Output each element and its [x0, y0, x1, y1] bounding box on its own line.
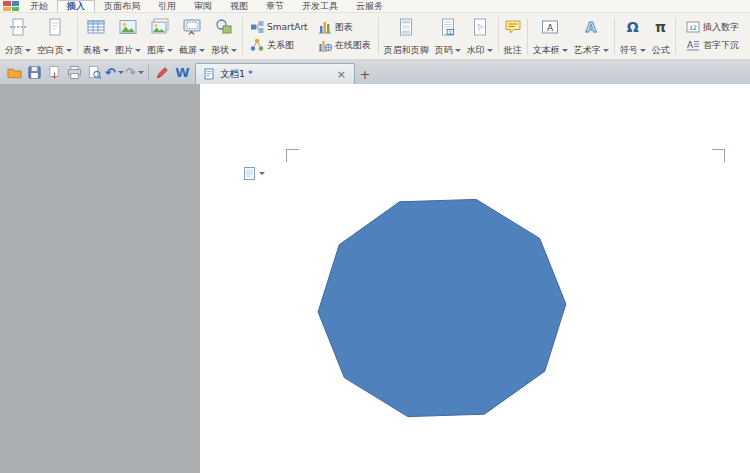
screenshot-button[interactable]: 截屏 [176, 14, 208, 58]
tab-references[interactable]: 引用 [149, 0, 185, 12]
page-number-button[interactable]: 1 页码 [432, 14, 464, 58]
button-label: 批注 [504, 46, 522, 55]
document-page[interactable] [200, 84, 750, 473]
tab-home[interactable]: 开始 [21, 0, 57, 12]
export-button[interactable] [45, 63, 64, 82]
button-label: 插入数字 [703, 21, 739, 34]
ribbon-separator [77, 18, 78, 54]
omega-symbol-icon: Ω [627, 18, 639, 36]
screenshot-icon [183, 18, 201, 36]
tab-label: 云服务 [356, 0, 383, 13]
dropdown-caret [259, 172, 265, 175]
wordart-button[interactable]: A 艺术字 [571, 14, 612, 58]
inserted-shape-polygon [318, 199, 566, 416]
tab-label: 审阅 [194, 0, 212, 13]
text-box-button[interactable]: A 文本框 [530, 14, 571, 58]
tab-page-layout[interactable]: 页面布局 [95, 0, 149, 12]
button-label: 关系图 [267, 39, 294, 52]
page-icon [244, 167, 255, 180]
undo-button[interactable]: ↶ [105, 63, 124, 82]
document-canvas[interactable] [0, 84, 750, 473]
tab-label: 章节 [266, 0, 284, 13]
signature-pen-button[interactable] [153, 63, 172, 82]
tab-insert[interactable]: 插入 [57, 0, 95, 12]
ribbon: 分页 空白页 表格 图片 图库 截屏 形状 SmartArt 关系图 [0, 13, 750, 60]
dropdown-caret [103, 49, 109, 52]
table-button[interactable]: 表格 [80, 14, 112, 58]
print-preview-icon [87, 65, 102, 80]
tab-cloud[interactable]: 云服务 [347, 0, 392, 12]
comment-button[interactable]: 批注 [501, 14, 525, 58]
folder-icon [7, 65, 22, 80]
dropdown-caret [199, 49, 205, 52]
gallery-button[interactable]: 图库 [144, 14, 176, 58]
dropdown-caret [167, 49, 173, 52]
insert-number-icon: 12 [686, 20, 700, 34]
close-tab-button[interactable]: × [336, 69, 347, 80]
button-label: 页眉和页脚 [384, 46, 429, 55]
header-footer-button[interactable]: 页眉和页脚 [381, 14, 432, 58]
button-label: 形状 [211, 46, 229, 55]
dropdown-caret [231, 49, 237, 52]
watermark-button[interactable]: A 水印 [464, 14, 496, 58]
button-label: 符号 [620, 46, 638, 55]
text-box-icon: A [541, 18, 559, 36]
page-break-icon [9, 18, 27, 36]
tab-band: ↶ ↷ W 文档1 * × + [0, 60, 750, 84]
save-button[interactable] [25, 63, 44, 82]
svg-text:A: A [547, 23, 554, 33]
button-label: 空白页 [37, 46, 64, 55]
undo-icon: ↶ [105, 66, 116, 79]
tab-view[interactable]: 视图 [221, 0, 257, 12]
redo-button[interactable]: ↷ [125, 63, 144, 82]
tab-review[interactable]: 审阅 [185, 0, 221, 12]
inserted-shape[interactable] [316, 193, 568, 423]
dropdown-caret [562, 49, 568, 52]
formula-button[interactable]: π 公式 [649, 14, 673, 58]
open-file-button[interactable] [5, 63, 24, 82]
print-button[interactable] [65, 63, 84, 82]
table-icon [87, 18, 105, 36]
dropdown-caret [25, 49, 31, 52]
tab-developer[interactable]: 开发工具 [293, 0, 347, 12]
ribbon-separator [527, 18, 528, 54]
comment-icon [504, 18, 522, 36]
menu-bar: 开始 插入 页面布局 引用 审阅 视图 章节 开发工具 云服务 [0, 0, 750, 13]
margin-corner-left [286, 149, 299, 162]
dropdown-caret [66, 49, 72, 52]
picture-button[interactable]: 图片 [112, 14, 144, 58]
drop-cap-button[interactable]: A 首字下沉 [683, 37, 742, 53]
page-break-button[interactable]: 分页 [2, 14, 34, 58]
tab-section[interactable]: 章节 [257, 0, 293, 12]
pi-formula-icon: π [655, 18, 666, 36]
insert-number-button[interactable]: 12 插入数字 [683, 19, 742, 35]
dropdown-caret [455, 49, 461, 52]
chart-icon [318, 20, 332, 34]
dropdown-caret [487, 49, 493, 52]
online-chart-button[interactable]: 在线图表 [315, 37, 374, 53]
print-preview-button[interactable] [85, 63, 104, 82]
shapes-icon [215, 18, 233, 36]
shapes-button[interactable]: 形状 [208, 14, 240, 58]
tab-label: 页面布局 [104, 0, 140, 13]
pen-icon [155, 65, 170, 80]
export-icon [47, 65, 62, 80]
watermark-icon: A [471, 18, 489, 36]
svg-text:A: A [687, 40, 694, 50]
button-label: 图片 [115, 46, 133, 55]
blank-page-button[interactable]: 空白页 [34, 14, 75, 58]
symbol-button[interactable]: Ω 符号 [617, 14, 649, 58]
new-tab-button[interactable]: + [355, 64, 375, 84]
diagram-button[interactable]: 关系图 [247, 37, 311, 53]
wps-writer-button[interactable]: W [173, 63, 192, 82]
chart-button[interactable]: 图表 [315, 19, 374, 35]
svg-text:12: 12 [689, 24, 697, 31]
drop-cap-icon: A [686, 38, 700, 52]
app-icon[interactable] [3, 1, 19, 11]
tab-label: 开始 [30, 0, 48, 13]
page-object-icon[interactable] [244, 167, 265, 180]
document-tab[interactable]: 文档1 * × [195, 63, 355, 84]
smartart-button[interactable]: SmartArt [247, 19, 311, 35]
svg-text:A: A [586, 19, 597, 35]
button-label: 页码 [435, 46, 453, 55]
